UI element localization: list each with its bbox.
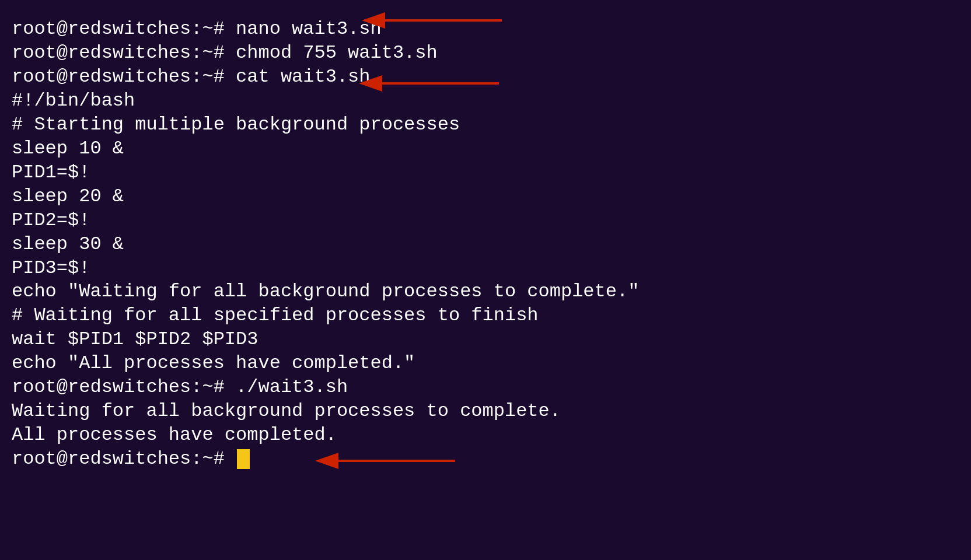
terminal-line: wait $PID1 $PID2 $PID3 (12, 328, 959, 352)
terminal-line: root@redswitches:~# ./wait3.sh (12, 376, 959, 400)
terminal-window: root@redswitches:~# nano wait3.shroot@re… (0, 0, 971, 560)
arrow-nano (379, 6, 508, 38)
terminal-line: sleep 30 & (12, 233, 959, 257)
terminal-line: sleep 10 & (12, 137, 959, 161)
terminal-line: All processes have completed. (12, 424, 959, 447)
terminal-line: root@redswitches:~# (12, 447, 959, 471)
terminal-line: # Waiting for all specified processes to… (12, 304, 959, 328)
terminal-line: PID3=$! (12, 257, 959, 281)
terminal-line: # Starting multiple background processes (12, 113, 959, 137)
terminal-line: sleep 20 & (12, 185, 959, 209)
terminal-line: echo "All processes have completed." (12, 352, 959, 376)
arrow-run (333, 446, 461, 478)
terminal-line: PID2=$! (12, 209, 959, 233)
terminal-cursor (237, 449, 250, 469)
terminal-line: root@redswitches:~# chmod 755 wait3.sh (12, 41, 959, 65)
terminal-line: PID1=$! (12, 161, 959, 185)
terminal-line: Waiting for all background processes to … (12, 400, 959, 424)
arrow-cat (376, 69, 505, 101)
terminal-line: echo "Waiting for all background process… (12, 280, 959, 304)
